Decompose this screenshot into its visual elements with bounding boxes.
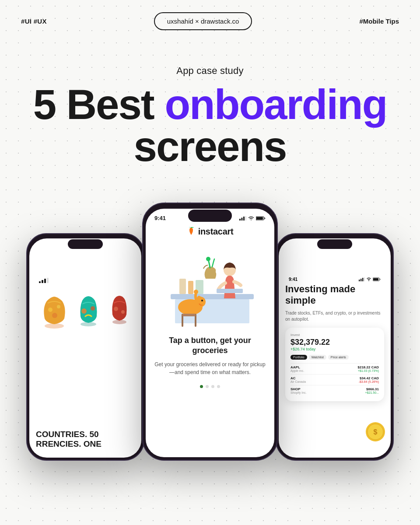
svg-point-6 [57, 305, 60, 308]
svg-rect-15 [242, 217, 243, 220]
phone-right: 9:41 [276, 233, 394, 461]
dot-2 [206, 385, 209, 388]
center-status-icons [239, 216, 266, 220]
battery-icon [256, 216, 266, 220]
tag-mobile-tips: #Mobile Tips [359, 18, 399, 25]
right-battery-icon [373, 277, 381, 281]
instacart-logo: instacart [146, 223, 274, 239]
right-time: 9:41 [289, 277, 298, 282]
instacart-body: Get your groceries delivered or ready fo… [154, 360, 266, 376]
stock-shop-ticker: SHOP [290, 387, 307, 391]
right-status-icons [359, 277, 381, 281]
stock-shop-price: $866.31 [365, 387, 379, 391]
stock-ac-price: $34.42 CAD [359, 376, 379, 380]
coin-decoration: $ [364, 421, 386, 444]
svg-rect-19 [256, 217, 263, 220]
svg-point-5 [48, 308, 52, 312]
stock-aapl-change: +$1.03 (0.73%) [358, 369, 379, 372]
phones-section: COUNTRIES. 50 RRENCIES. ONE 9:41 [0, 198, 420, 461]
svg-point-25 [206, 257, 210, 261]
invest-tab-portfolio[interactable]: Portfolio [290, 355, 307, 360]
countries-line1: COUNTRIES. 50 [36, 430, 102, 439]
svg-point-31 [197, 296, 201, 301]
phone-left: COUNTRIES. 50 RRENCIES. ONE [26, 233, 144, 461]
tag-ui-ux: #UI #UX [21, 18, 47, 25]
countries-text: COUNTRIES. 50 RRENCIES. ONE [36, 430, 102, 449]
brand-text: uxshahid × drawstack.co [167, 18, 239, 25]
invest-tab-watchlist[interactable]: Watchlist [309, 355, 326, 360]
stock-row-aapl: AAPL Apple Inc. $218.22 CAD +$1.03 (0.73… [290, 363, 379, 374]
invest-tab-alerts[interactable]: Price alerts [328, 355, 349, 360]
svg-point-10 [91, 306, 95, 311]
invest-tabs: Portfolio Watchlist Price alerts [290, 355, 379, 360]
right-wifi-icon [366, 277, 371, 281]
stock-shop-info: SHOP Shopify Inc. [290, 387, 307, 394]
svg-rect-3 [47, 278, 49, 283]
dynamic-island-right [317, 239, 352, 249]
pottery-item-2 [74, 294, 103, 327]
hero-title-suffix: screens [134, 123, 287, 170]
stock-ac-ticker: AC [290, 376, 306, 380]
svg-rect-20 [171, 294, 254, 299]
dot-1 [200, 385, 203, 388]
pagination-dots [146, 385, 274, 388]
countries-line2: RRENCIES. ONE [36, 439, 102, 449]
stock-shop-change: +$21.50... [365, 391, 379, 394]
stock-aapl-price: $218.22 CAD [358, 365, 379, 369]
page-wrapper: #UI #UX uxshahid × drawstack.co #Mobile … [0, 0, 420, 525]
invest-card: Invest $32,379.22 +$26.74 today Portfoli… [285, 328, 384, 401]
dynamic-island-center [188, 210, 232, 222]
stock-aapl-price-info: $218.22 CAD +$1.03 (0.73%) [358, 365, 379, 372]
instacart-carrot-icon [187, 227, 196, 237]
instacart-illustration [146, 239, 274, 331]
instacart-heading: Tap a button, get your groceries [154, 336, 266, 356]
stock-aapl-ticker: AAPL [290, 365, 304, 369]
left-screen-content: COUNTRIES. 50 RRENCIES. ONE [29, 238, 141, 458]
instacart-wordmark: instacart [198, 227, 234, 237]
invest-change: +$26.74 today [290, 347, 379, 351]
svg-rect-40 [364, 277, 365, 281]
stock-row-shop: SHOP Shopify Inc. $866.31 +$21.50... [290, 385, 379, 396]
invest-amount: $32,379.22 [290, 338, 379, 347]
brand-badge: uxshahid × drawstack.co [154, 12, 252, 30]
svg-rect-36 [182, 314, 196, 316]
stock-ac-change: -$3.84 (5.26%) [359, 380, 379, 383]
stock-shop-company: Shopify Inc. [290, 391, 307, 394]
svg-point-13 [121, 310, 125, 314]
investing-subtext: Trade stocks, ETFs, and crypto, or p inv… [285, 310, 384, 322]
pottery-display [34, 286, 137, 338]
investing-heading: Investing made simple [285, 284, 384, 307]
hero-subtitle: App case study [0, 65, 420, 77]
stock-ac-company: Air Canada [290, 380, 306, 383]
phone-right-screen: 9:41 [279, 238, 391, 458]
svg-rect-14 [239, 219, 241, 220]
phone-left-screen: COUNTRIES. 50 RRENCIES. ONE [29, 238, 141, 458]
svg-point-9 [81, 308, 87, 314]
dot-3 [211, 385, 214, 388]
invest-label: Invest [290, 333, 379, 337]
wifi-icon [248, 216, 254, 220]
svg-rect-16 [243, 217, 245, 220]
instacart-text-block: Tap a button, get your groceries Get you… [146, 331, 274, 379]
coin-icon: $ [364, 421, 386, 443]
stock-aapl-company: Apple Inc. [290, 369, 304, 372]
svg-rect-38 [360, 279, 362, 281]
hero-section: App case study 5 Best onboarding screens [0, 30, 420, 185]
svg-rect-17 [245, 216, 247, 220]
svg-rect-37 [359, 280, 360, 281]
svg-rect-27 [217, 289, 243, 293]
stock-shop-price-info: $866.31 +$21.50... [365, 387, 379, 394]
center-time: 9:41 [154, 215, 166, 221]
right-screen-content: 9:41 [279, 238, 391, 458]
right-signal-icon [359, 277, 365, 281]
signal-icon [239, 216, 246, 220]
svg-rect-0 [39, 281, 41, 283]
header: #UI #UX uxshahid × drawstack.co #Mobile … [0, 0, 420, 30]
pottery-item-1 [38, 294, 71, 329]
svg-rect-1 [42, 280, 43, 283]
svg-rect-2 [44, 279, 46, 283]
svg-point-32 [201, 300, 203, 301]
stock-aapl-info: AAPL Apple Inc. [290, 365, 304, 372]
right-status-bar: 9:41 [285, 260, 384, 284]
hero-title-highlight: onboarding [164, 81, 387, 128]
